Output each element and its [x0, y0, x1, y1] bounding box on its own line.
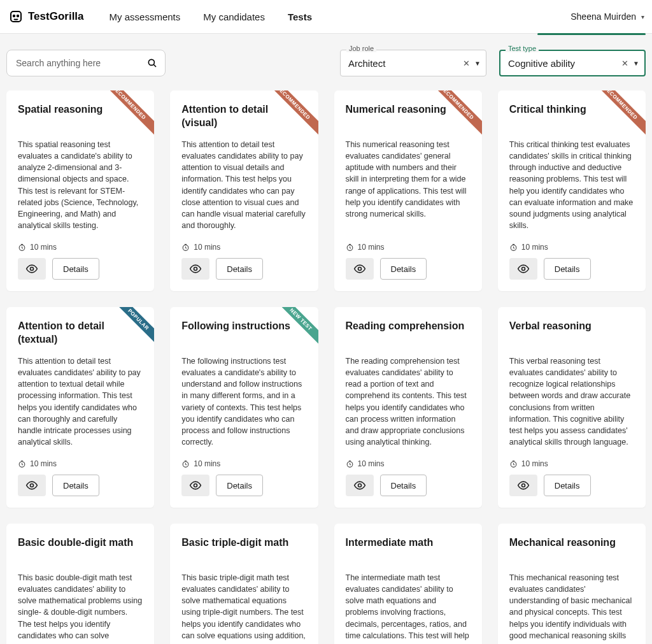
card-actions: Details [509, 475, 634, 496]
jobrole-select[interactable]: Job role Architect ✕ ▼ [340, 50, 486, 76]
card-actions: Details [346, 475, 471, 496]
svg-point-20 [521, 484, 525, 487]
test-card: Basic triple-digit mathThis basic triple… [170, 524, 318, 644]
search-input[interactable] [6, 50, 166, 76]
card-actions: Details [18, 475, 143, 496]
card-title: Basic double-digit math [18, 536, 143, 564]
eye-icon [25, 479, 38, 492]
accent-line [0, 33, 652, 36]
card-title: Attention to detail (visual) [181, 103, 306, 131]
clear-icon[interactable]: ✕ [460, 57, 472, 69]
preview-button[interactable] [346, 258, 374, 280]
card-actions: Details [181, 258, 306, 280]
test-card: Reading comprehensionThe reading compreh… [334, 307, 482, 508]
test-card: RECOMMENDEDSpatial reasoningThis spatial… [6, 90, 154, 291]
card-title: Reading comprehension [346, 320, 471, 348]
search-icon[interactable] [146, 57, 158, 69]
details-button[interactable]: Details [544, 258, 591, 280]
eye-icon [25, 262, 38, 275]
card-description: This mechanical reasoning test evaluates… [509, 572, 634, 644]
user-menu[interactable]: Sheena Muirden ▾ [570, 11, 644, 22]
testtype-select[interactable]: Test type Cognitive ability ✕ ▼ [499, 50, 646, 76]
details-button[interactable]: Details [216, 475, 263, 496]
details-button[interactable]: Details [380, 258, 427, 280]
card-description: This attention to detail test evaluates … [181, 139, 306, 231]
card-title: Attention to detail (textual) [18, 320, 143, 348]
testtype-label: Test type [506, 45, 539, 52]
brand-logo[interactable]: TestGorilla [8, 8, 84, 25]
card-duration: 10 mins [18, 243, 143, 252]
test-card: Basic double-digit mathThis basic double… [6, 524, 154, 644]
clock-icon [346, 460, 354, 468]
svg-line-4 [153, 64, 156, 67]
jobrole-label: Job role [346, 45, 376, 52]
card-title: Numerical reasoning [346, 103, 471, 131]
card-description: This spatial reasoning test evaluates a … [18, 139, 143, 231]
details-button[interactable]: Details [216, 258, 263, 280]
test-card: RECOMMENDEDAttention to detail (visual)T… [170, 90, 318, 291]
clock-icon [509, 243, 518, 252]
chevron-down-icon[interactable]: ▼ [633, 60, 639, 67]
test-card: NEW TESTFollowing instructionsThe follow… [170, 307, 318, 508]
nav-tests[interactable]: Tests [288, 11, 312, 22]
details-button[interactable]: Details [52, 258, 99, 280]
card-actions: Details [181, 475, 306, 496]
card-duration: 10 mins [509, 243, 634, 252]
details-button[interactable]: Details [380, 475, 427, 496]
card-title: Critical thinking [509, 103, 634, 131]
eye-icon [189, 262, 202, 275]
topbar: TestGorilla My assessments My candidates… [0, 0, 652, 34]
eye-icon [353, 479, 366, 492]
preview-button[interactable] [181, 475, 209, 496]
clock-icon [18, 243, 26, 252]
preview-button[interactable] [181, 258, 209, 280]
card-title: Basic triple-digit math [181, 536, 306, 564]
test-card: Intermediate mathThe intermediate math t… [334, 524, 482, 644]
svg-point-10 [358, 268, 361, 271]
card-duration: 10 mins [346, 243, 471, 252]
details-button[interactable]: Details [544, 475, 591, 496]
card-description: This basic double-digit math test evalua… [18, 572, 143, 644]
main-nav: My assessments My candidates Tests [110, 11, 313, 22]
svg-point-12 [521, 268, 525, 271]
eye-icon [517, 479, 530, 492]
svg-point-6 [31, 268, 34, 271]
card-duration: 10 mins [181, 459, 306, 468]
card-duration: 10 mins [346, 459, 471, 468]
testtype-value: Cognitive ability [508, 58, 619, 69]
card-description: This attention to detail test evaluates … [18, 355, 143, 448]
eye-icon [353, 262, 366, 275]
clear-icon[interactable]: ✕ [619, 57, 630, 69]
clock-icon [346, 243, 354, 252]
card-description: This numerical reasoning test evaluates … [346, 139, 471, 231]
card-duration: 10 mins [181, 243, 306, 252]
card-actions: Details [18, 258, 143, 280]
jobrole-value: Architect [348, 58, 460, 69]
details-button[interactable]: Details [52, 475, 99, 496]
svg-point-8 [194, 268, 197, 271]
filters-bar: Job role Architect ✕ ▼ Test type Cogniti… [0, 36, 652, 84]
card-description: The intermediate math test evaluates can… [346, 572, 471, 644]
card-title: Following instructions [181, 320, 306, 348]
card-actions: Details [509, 258, 634, 280]
preview-button[interactable] [509, 258, 537, 280]
test-card: RECOMMENDEDNumerical reasoningThis numer… [334, 90, 482, 291]
preview-button[interactable] [18, 475, 46, 496]
clock-icon [181, 460, 190, 468]
svg-point-14 [31, 484, 34, 487]
preview-button[interactable] [509, 475, 537, 496]
nav-candidates[interactable]: My candidates [203, 11, 265, 22]
card-description: The reading comprehension test evaluates… [346, 355, 471, 448]
card-description: The following instructions test evaluate… [181, 355, 306, 448]
preview-button[interactable] [346, 475, 374, 496]
preview-button[interactable] [18, 258, 46, 280]
test-card: Verbal reasoningThis verbal reasoning te… [498, 307, 646, 508]
brand-name: TestGorilla [28, 10, 84, 23]
tests-grid: RECOMMENDEDSpatial reasoningThis spatial… [0, 84, 652, 644]
nav-assessments[interactable]: My assessments [110, 11, 181, 22]
card-description: This critical thinking test evaluates ca… [509, 139, 634, 231]
card-description: This verbal reasoning test evaluates can… [509, 355, 634, 448]
card-duration: 10 mins [509, 459, 634, 468]
chevron-down-icon[interactable]: ▼ [474, 60, 481, 67]
svg-point-3 [148, 59, 154, 65]
